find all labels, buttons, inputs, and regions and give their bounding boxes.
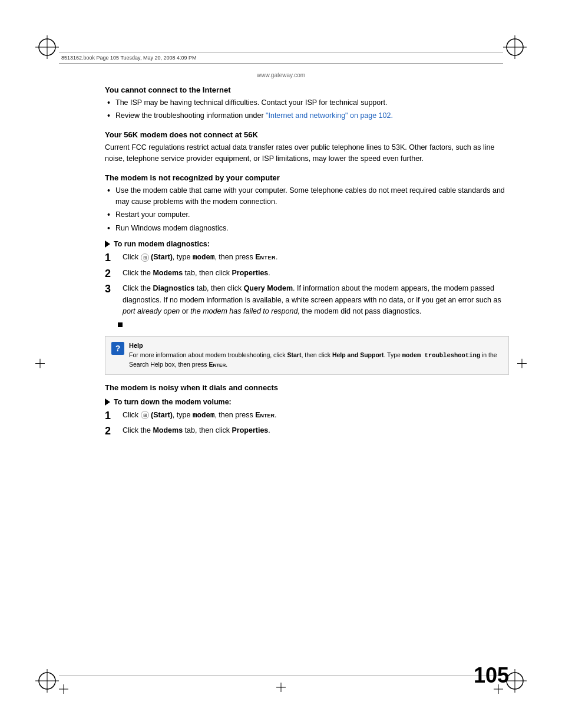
main-content: You cannot connect to the Internet The I… <box>105 85 509 645</box>
step-3-diagnostics: 3 Click the Diagnostics tab, then click … <box>105 283 509 317</box>
corner-mark-tr <box>503 35 527 59</box>
help-icon: ? <box>111 342 124 355</box>
corner-mark-bl <box>35 669 59 693</box>
list-item-cable: Use the modem cable that came with your … <box>105 185 509 208</box>
cross-mid-left <box>35 358 45 370</box>
cross-bottom-left <box>59 684 68 694</box>
triangle-icon-2 <box>105 398 110 406</box>
heading-modem-not-recognized: The modem is not recognized by your comp… <box>105 173 509 182</box>
run-diagnostics-heading: To run modem diagnostics: <box>105 240 509 248</box>
svg-text:⊞: ⊞ <box>143 413 147 418</box>
triangle-icon <box>105 241 110 248</box>
para-56k: Current FCC regulations restrict actual … <box>105 142 509 165</box>
heading-modem-noisy: The modem is noisy when it dials and con… <box>105 383 509 392</box>
step-2-diagnostics: 2 Click the Modems tab, then click Prope… <box>105 268 509 281</box>
step-1-volume: 1 Click ⊞ (Start), type modem, then pres… <box>105 410 509 423</box>
help-box: ? Help For more information about modem … <box>105 336 509 374</box>
page: 8513162.book Page 105 Tuesday, May 20, 2… <box>0 0 562 728</box>
step-1-diagnostics: 1 Click ⊞ (Start), type modem, then pres… <box>105 252 509 265</box>
heading-56k-modem: Your 56K modem does not connect at 56K <box>105 130 509 139</box>
list-item-isp: The ISP may be having technical difficul… <box>105 97 509 108</box>
list-item-review: Review the troubleshooting information u… <box>105 110 509 121</box>
heading-cannot-connect: You cannot connect to the Internet <box>105 85 509 94</box>
corner-mark-tl <box>35 35 59 59</box>
help-text-content: Help For more information about modem tr… <box>129 341 503 369</box>
step-2-volume: 2 Click the Modems tab, then click Prope… <box>105 425 509 438</box>
modem-not-recognized-list: Use the modem cable that came with your … <box>105 185 509 235</box>
internet-networking-link[interactable]: "Internet and networking" on page 102. <box>266 111 393 120</box>
start-label-1: (Start), type modem, then press ENTER. <box>151 253 277 261</box>
bottom-bar <box>59 676 503 676</box>
turn-down-volume-heading: To turn down the modem volume: <box>105 398 509 406</box>
end-marker <box>105 320 509 334</box>
cross-mid-right <box>517 358 527 370</box>
file-info: 8513162.book Page 105 Tuesday, May 20, 2… <box>59 55 197 61</box>
cannot-connect-list: The ISP may be having technical difficul… <box>105 97 509 122</box>
header-bar: 8513162.book Page 105 Tuesday, May 20, 2… <box>59 52 503 64</box>
list-item-restart: Restart your computer. <box>105 209 509 220</box>
svg-text:⊞: ⊞ <box>143 255 147 261</box>
cross-bottom-right <box>494 684 503 694</box>
cross-bottom-center <box>276 683 286 694</box>
website-url: www.gateway.com <box>0 72 562 78</box>
page-number: 105 <box>474 663 509 688</box>
help-title: Help <box>129 341 503 351</box>
list-item-diagnostics: Run Windows modem diagnostics. <box>105 223 509 234</box>
